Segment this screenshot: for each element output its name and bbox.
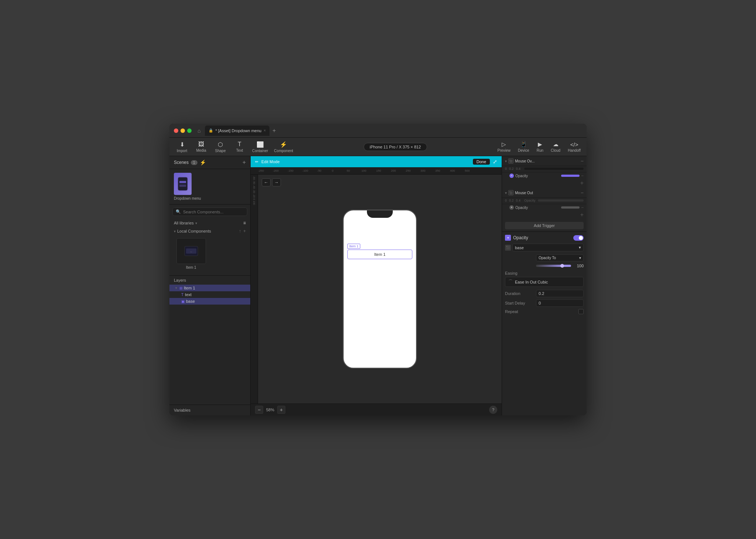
variables-footer[interactable]: Variables — [169, 405, 250, 415]
shape-tool[interactable]: ⬡ Shape — [214, 141, 227, 153]
cloud-tool[interactable]: ☁ Cloud — [551, 141, 560, 152]
close-button[interactable] — [174, 128, 178, 133]
canvas-scroll[interactable]: ← → Item 1 Item 1 — [258, 175, 502, 404]
ruler-v-num: 100 — [253, 200, 255, 205]
container-tool[interactable]: ⬜ Container — [252, 141, 268, 153]
opacity-slider-container[interactable] — [536, 265, 571, 267]
mouse-out-icon: ⬛ — [508, 190, 513, 195]
home-icon[interactable]: ⌂ — [197, 128, 200, 134]
traffic-lights — [174, 128, 192, 133]
opacity-action-icon2: ✦ — [509, 205, 514, 210]
ruler-num: 350 — [435, 169, 450, 172]
local-components-row[interactable]: ▾ Local Components ↑ + — [169, 227, 250, 235]
device-frame: Item 1 Item 1 — [343, 210, 417, 368]
text-label: Text — [236, 148, 243, 152]
minimize-button[interactable] — [181, 128, 185, 133]
ruler-num: -250 — [258, 169, 273, 172]
component-item[interactable]: -- Item 1 — [174, 238, 209, 270]
all-libraries-row[interactable]: All libraries ▾ ≡ — [169, 219, 250, 227]
mouse-out-trigger-row[interactable]: ▾ ⬛ Mouse Out − — [502, 188, 587, 198]
add-trigger-button[interactable]: Add Trigger — [505, 222, 584, 229]
easing-section: Easing ⌒ Ease In Out Cubic — [505, 271, 584, 287]
run-icon: ▶ — [538, 141, 542, 148]
duration-value[interactable]: 0.2 — [536, 290, 584, 297]
tab-title: * [Asset] Dropdown menu — [215, 128, 261, 133]
repeat-checkbox[interactable] — [578, 309, 584, 314]
device-selector[interactable]: iPhone 11 Pro / X 375 × 812 — [364, 143, 427, 151]
ruler-v-num: -60 — [253, 176, 255, 180]
edit-mode-bar: ✏ Edit Mode Done ⤢ — [251, 156, 502, 167]
base-label: base — [515, 246, 524, 250]
layer-name-item1: Item 1 — [184, 286, 195, 290]
component-tool[interactable]: ⚡ Component — [274, 141, 293, 153]
layer-box-icon: ▣ — [181, 299, 185, 303]
preview-label: Preview — [498, 148, 511, 152]
layer-item-base[interactable]: ▣ base — [169, 298, 250, 305]
component-label: Component — [274, 149, 293, 153]
tab-add-button[interactable]: + — [272, 127, 276, 134]
active-tab[interactable]: 🔒 * [Asset] Dropdown menu × — [205, 126, 269, 136]
main-content: Scenes 1 ⚡ + Dropdown menu 🔍 — [169, 156, 587, 415]
canvas-content: -60 -50 -40 -30 -20 0 100 ← → — [251, 175, 502, 404]
text-tool[interactable]: T Text — [233, 141, 246, 152]
nav-back-button[interactable]: ← — [262, 178, 271, 186]
components-panel: 🔍 All libraries ▾ ≡ ▾ Local Components ↑… — [169, 205, 250, 276]
expand-icon[interactable]: ⤢ — [493, 159, 497, 165]
layer-component-icon: ⊞ — [179, 286, 182, 290]
layer-item-text[interactable]: T text — [169, 291, 250, 298]
search-icon: 🔍 — [176, 209, 181, 214]
shape-label: Shape — [215, 149, 226, 153]
sort-icon[interactable]: ↑ — [239, 229, 241, 234]
nav-forward-button[interactable]: → — [272, 178, 281, 186]
zoom-out-button[interactable]: − — [255, 406, 263, 414]
list-view-icon[interactable]: ≡ — [243, 220, 246, 226]
search-components-container[interactable]: 🔍 — [172, 207, 247, 216]
device-tool[interactable]: 📱 Device — [518, 141, 529, 152]
run-tool[interactable]: ▶ Run — [537, 141, 543, 152]
trigger-icon: ⬛ — [508, 158, 513, 164]
opacity-action-icon: ✦ — [509, 174, 514, 178]
tab-area: 🔒 * [Asset] Dropdown menu × + — [205, 126, 276, 136]
trigger-remove-button[interactable]: − — [581, 158, 584, 164]
opacity-to-selector[interactable]: Opacity To ▾ — [536, 254, 584, 261]
import-icon: ⬇ — [180, 141, 185, 148]
easing-button[interactable]: ⌒ Ease In Out Cubic — [505, 277, 584, 287]
mouse-out-remove-button[interactable]: − — [581, 190, 584, 196]
nav-arrows: ← → — [262, 178, 281, 186]
zoom-value: 58% — [266, 408, 274, 412]
opacity-toggle[interactable] — [573, 235, 584, 241]
opacity-action-remove2[interactable]: − — [581, 205, 584, 210]
tab-lock-icon: 🔒 — [209, 128, 213, 133]
ruler-num: -100 — [302, 169, 317, 172]
ruler-num: 200 — [391, 169, 406, 172]
scene-thumbnail[interactable]: Dropdown menu — [169, 169, 250, 205]
opacity-action-remove[interactable]: − — [581, 173, 584, 178]
base-selector[interactable]: base ▾ — [512, 244, 584, 251]
add-action-button[interactable]: + — [580, 180, 584, 186]
start-delay-value[interactable]: 0 — [536, 299, 584, 307]
add-action-button2[interactable]: + — [580, 212, 584, 218]
tab-close-button[interactable]: × — [264, 128, 266, 133]
component-thumbnail: -- — [176, 238, 206, 264]
help-button[interactable]: ? — [489, 406, 497, 414]
add-component-icon[interactable]: + — [243, 229, 246, 234]
preview-tool[interactable]: ▷ Preview — [498, 141, 511, 152]
media-tool[interactable]: 🖼 Media — [195, 141, 208, 152]
maximize-button[interactable] — [187, 128, 192, 133]
import-tool[interactable]: ⬇ Import — [175, 141, 189, 153]
text-icon: T — [238, 141, 241, 148]
done-button[interactable]: Done — [473, 159, 490, 165]
item-label-badge: Item 1 — [347, 244, 360, 249]
svg-text:--: -- — [190, 250, 192, 253]
handoff-tool[interactable]: </> Handoff — [568, 141, 581, 152]
layer-item-item1[interactable]: ▾ ⊞ Item 1 — [169, 285, 250, 291]
prop-opacity-title: Opacity — [513, 235, 571, 240]
zoom-in-button[interactable]: + — [277, 406, 285, 414]
prop-opacity-icon: ✦ — [505, 235, 511, 241]
svg-rect-2 — [179, 185, 186, 187]
search-input[interactable] — [183, 210, 244, 214]
item-box[interactable]: Item 1 — [347, 250, 412, 259]
scenes-add-button[interactable]: + — [243, 159, 246, 166]
edit-mode-icon: ✏ — [255, 159, 258, 164]
mouse-over-trigger-row[interactable]: ▾ ⬛ Mouse Ov... − — [502, 156, 587, 166]
